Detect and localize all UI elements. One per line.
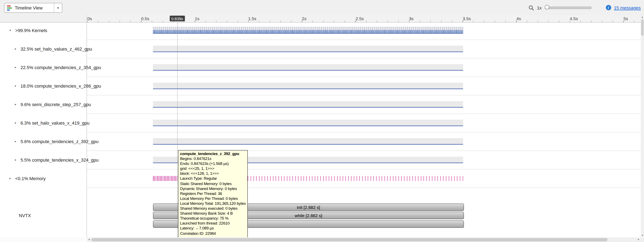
time-cursor-label: 0.839s [170,16,184,21]
expand-arrow-icon[interactable]: ▸ [14,140,18,143]
kernel-activity-bar[interactable] [153,138,463,145]
scrollbar-corner [641,237,644,242]
view-selector-dropdown[interactable]: Timeline View ▾ [4,3,62,13]
row-separator [87,151,641,151]
messages-link[interactable]: 15 messages [614,5,641,10]
expand-arrow-icon[interactable]: ▸ [8,177,12,180]
scroll-right-icon[interactable]: ► [636,237,641,242]
sidebar-row-kernel-1[interactable]: ▸ 32.5% set_halo_values_z_462_gpu [0,45,86,53]
row-separator [87,132,641,133]
view-selector-label: Timeline View [15,5,43,10]
tooltip-line: Latency: ←7.089 µs [180,226,246,231]
row-separator [87,76,641,77]
tooltip-line: Dynamic Shared Memory: 0 bytes [180,186,246,191]
kernel-activity-bar[interactable] [153,64,463,71]
expand-arrow-icon[interactable]: ▸ [14,47,18,51]
sidebar-row-label: 32.5% set_halo_values_z_462_gpu [20,46,92,51]
sidebar-row-kernel-5[interactable]: ▸ 6.3% set_halo_values_x_419_gpu [0,119,86,127]
tooltip-title: compute_tendencies_z_392_gpu [180,151,246,156]
chevron-down-icon[interactable]: ▾ [54,3,62,12]
sidebar-row-kernel-2[interactable]: ▸ 22.5% compute_tendencies_z_354_gpu [0,63,86,72]
ruler-tick-label: 4.5s [570,16,578,21]
sidebar-row-kernel-3[interactable]: ▸ 18.0% compute_tendencies_x_286_gpu [0,82,86,90]
tooltip-line: Launched from thread: 22610 [180,221,246,226]
sidebar-row-label: <0.1% Memory [15,176,46,181]
kernel-density-strip [153,30,463,33]
horizontal-scrollbar-thumb[interactable] [92,238,608,241]
ruler-tick-label: 3.5s [463,16,471,21]
kernel-coverage-line [153,33,463,34]
expand-arrow-icon[interactable]: ▸ [14,103,18,106]
sidebar-row-memory[interactable]: ▸ <0.1% Memory [0,174,86,183]
tooltip-line: Launch Type: Regular [180,176,246,181]
time-cursor-line [177,23,178,237]
nvtx-range-label: init [2.882 s] [297,205,320,210]
zoom-slider[interactable] [544,6,591,9]
row-separator [87,113,641,114]
kernel-activity-bar[interactable] [153,120,463,126]
ruler-tick-label: 5s [624,16,628,21]
sidebar-row-kernels[interactable]: ▾ >99.9% Kernels [0,26,86,35]
kernel-activity-bar[interactable] [153,83,463,89]
collapse-arrow-icon[interactable]: ▾ [8,29,12,32]
tooltip-line: Shared Memory Bank Size: 4 B [180,211,246,216]
tooltip-line: Shared Memory executed: 0 bytes [180,206,246,211]
row-separator [87,58,641,58]
ruler-tick-label: 0.5s [141,16,149,21]
scroll-up-icon[interactable]: ▲ [641,15,644,19]
row-separator [87,169,641,169]
ruler-tick-label: 1.5s [248,16,256,21]
tooltip-line: Registers Per Thread: 36 [180,191,246,196]
timeline-canvas[interactable]: init [2.882 s] while [2.882 s] compute_t… [87,23,641,237]
ruler-tick-label: 1s [195,16,199,21]
horizontal-scrollbar[interactable]: ◄ ► [87,237,641,242]
ruler-tick-label: 2.5s [356,16,364,21]
sidebar-row-kernel-6[interactable]: ▸ 5.6% compute_tendencies_z_392_gpu [0,137,86,146]
kernel-activity-bar[interactable] [153,46,463,52]
scroll-left-icon[interactable]: ◄ [87,237,91,242]
ruler-tick-label: 0s [87,16,92,21]
vertical-scrollbar[interactable]: ▲ ▼ [641,15,644,237]
tooltip-line: Begins: 0.847621s [180,156,246,161]
ruler-tick-label: 3s [409,16,414,21]
info-icon[interactable]: i [606,5,611,10]
expand-arrow-icon[interactable]: ▸ [14,66,18,69]
tooltip-line: Static Shared Memory: 0 bytes [180,181,246,186]
tooltip-line: grid: <<<25, 1, 1>>> [180,166,246,171]
timeline-ruler[interactable]: 0s 0.5s 1s 1.5s 2s 2.5s 3s 3.5s 4s 4.5s … [87,15,641,23]
expand-arrow-icon[interactable]: ▸ [14,84,18,88]
ruler-tick-label: 4s [516,16,521,21]
kernel-activity-bar[interactable] [153,101,463,108]
row-separator [87,95,641,95]
kernels-summary-bar[interactable] [153,27,463,34]
sidebar-row-kernel-4[interactable]: ▸ 9.6% semi_discrete_step_257_gpu [0,100,86,108]
expand-arrow-icon[interactable]: ▸ [14,158,18,162]
sidebar-row-label: NVTX [19,213,31,218]
nvtx-range-label: while [2.882 s] [295,213,322,218]
tooltip-line: Ends: 0.847623s (+1.568 µs) [180,161,246,166]
timeline-view-icon [7,5,12,11]
row-list-panel: ▾ >99.9% Kernels ▸ 32.5% set_halo_values… [0,23,87,237]
kernel-tooltip: compute_tendencies_z_392_gpu Begins: 0.8… [178,150,248,237]
sidebar-row-label: 9.6% semi_discrete_step_257_gpu [20,102,91,107]
ruler-tick-label: 2s [302,16,306,21]
tooltip-line: Correlation ID: 22984 [180,231,246,236]
toolbar: Timeline View ▾ 1x i 15 messages [0,0,644,15]
nsight-timeline-window: Timeline View ▾ 1x i 15 messages 0s 0.5s… [0,0,644,242]
expand-arrow-icon[interactable]: ▸ [14,121,18,125]
zoom-level-label: 1x [537,5,542,10]
sidebar-header [0,15,87,23]
toolbar-right-group: 1x i 15 messages [528,0,641,15]
magnifier-icon [528,5,534,11]
scroll-down-icon[interactable]: ▼ [641,233,644,237]
tooltip-line: Local Memory Per Thread: 0 bytes [180,196,246,201]
vertical-scrollbar-thumb[interactable] [641,19,644,36]
sidebar-row-label: >99.9% Kernels [15,28,47,33]
sidebar-row-kernel-7[interactable]: ▸ 5.5% compute_tendencies_x_324_gpu [0,156,86,164]
row-separator [87,40,641,40]
zoom-slider-thumb[interactable] [544,5,549,10]
tooltip-line: Local Memory Total: 191,365,120 bytes [180,201,246,206]
row-separator [87,188,641,188]
tooltip-line: Theoretical occupancy: 75 % [180,216,246,221]
sidebar-row-label: 6.3% set_halo_values_x_419_gpu [20,120,90,126]
